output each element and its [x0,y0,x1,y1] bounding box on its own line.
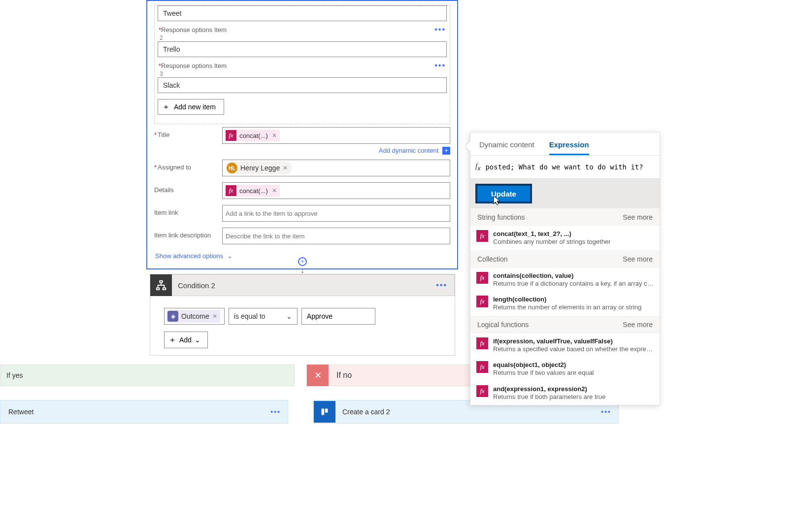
condition-icon [150,274,172,296]
fx-icon: fx [226,130,236,141]
svg-rect-3 [320,407,329,416]
item-link-desc-input-wrap [222,228,450,244]
fx-icon: fx [476,272,488,284]
fn-equals[interactable]: fx equals(object1, object2)Returns true … [470,357,660,381]
add-step-button[interactable]: ＋ [298,257,307,266]
tab-dynamic-content[interactable]: Dynamic content [479,140,534,155]
tab-expression[interactable]: Expression [549,140,589,155]
response-options-group: *Response options Item ••• 2 *Response o… [154,5,450,124]
item-link-desc-label: Item link description [154,228,218,239]
flow-arrow-icon: ↓ [298,266,307,275]
response-item-2-more-icon[interactable]: ••• [434,25,446,34]
chip-remove-icon[interactable]: ✕ [283,165,288,171]
chevron-down-icon: ⌄ [286,312,292,320]
title-input[interactable]: fx concat(...) ✕ [222,127,450,144]
item-link-input-wrap [222,205,450,222]
see-more-logical[interactable]: See more [623,321,653,329]
chevron-down-icon: ⌄ [227,252,233,260]
chip-remove-icon[interactable]: ✕ [272,132,277,139]
svg-rect-4 [322,409,325,415]
section-logical: Logical functions See more [470,316,660,333]
response-item-3-more-icon[interactable]: ••• [434,61,446,70]
item-link-desc-input[interactable] [226,229,447,243]
title-label: *Title [154,127,218,138]
condition-title[interactable]: Condition 2 ••• [172,274,455,296]
condition-card: Condition 2 ••• ◈ Outcome ✕ is equal to … [150,274,455,356]
retweet-more-icon[interactable]: ••• [270,408,281,416]
trello-icon [314,401,335,423]
avatar: HL [227,163,237,173]
response-item-3-label: *Response options Item ••• [158,59,447,70]
title-fx-chip[interactable]: fx concat(...) ✕ [226,130,280,141]
fx-icon: fx [476,361,488,373]
chevron-down-icon: ⌄ [195,336,200,344]
fx-icon: fx [476,385,488,397]
outcome-icon: ◈ [167,311,178,322]
update-button[interactable]: Update [475,184,532,203]
details-label: Details [154,182,218,194]
response-item-1-input[interactable] [158,5,447,21]
dynamic-plus-icon[interactable]: + [442,147,450,155]
fx-icon: fx [476,296,488,307]
fn-contains[interactable]: fx contains(collection, value)Returns tr… [470,268,660,292]
svg-rect-1 [157,288,160,290]
fn-concat[interactable]: fx concat(text_1, text_2?, ...)Combines … [470,226,660,250]
see-more-string[interactable]: See more [623,213,653,221]
chip-remove-icon[interactable]: ✕ [212,313,217,320]
expression-input[interactable] [485,163,655,171]
assigned-to-input[interactable]: HL Henry Legge ✕ [222,160,450,176]
section-string-functions: String functions See more [470,208,660,226]
item-link-label: Item link [154,205,218,216]
fx-icon: fx [476,337,488,349]
expression-popup: Dynamic content Expression fx Update Str… [470,132,660,405]
chip-remove-icon[interactable]: ✕ [272,187,277,194]
response-item-3-index: 3 [158,70,447,77]
fn-and[interactable]: fx and(expression1, expression2)Returns … [470,381,660,405]
svg-rect-0 [160,281,163,283]
response-item-2-input[interactable] [158,41,447,57]
create-card-more-icon[interactable]: ••• [601,408,611,416]
retweet-action-card[interactable]: Retweet ••• [0,400,288,424]
condition-left-operand[interactable]: ◈ Outcome ✕ [164,308,225,325]
condition-more-icon[interactable]: ••• [429,281,454,290]
section-collection: Collection See more [470,250,660,268]
condition-value-input[interactable] [301,308,375,325]
condition-operator-select[interactable]: is equal to ⌄ [229,308,298,325]
fx-icon: fx [475,162,480,172]
see-more-collection[interactable]: See more [623,255,653,263]
fx-icon: fx [476,230,488,242]
response-item-2-label: *Response options Item ••• [158,23,447,34]
details-fx-chip[interactable]: fx concat(...) ✕ [226,185,280,197]
fx-icon: fx [226,185,236,196]
assigned-to-label: *Assigned to [154,160,218,171]
add-step-connector: ＋ ↓ [298,256,307,275]
if-yes-branch-header[interactable]: If yes [0,365,295,386]
approval-action-card: *Response options Item ••• 2 *Response o… [146,0,458,269]
plus-icon: ＋ [168,335,176,345]
close-icon: ✕ [307,365,329,386]
fn-if[interactable]: fx if(expression, valueIfTrue, valueIfFa… [470,333,660,358]
svg-rect-5 [325,409,328,413]
add-dynamic-content-link[interactable]: Add dynamic content [379,147,438,154]
plus-icon: ＋ [162,102,170,112]
add-response-item-button[interactable]: ＋ Add new item [158,99,224,115]
details-input[interactable]: fx concat(...) ✕ [222,182,450,199]
outcome-variable-chip[interactable]: ◈ Outcome ✕ [166,310,220,323]
add-condition-button[interactable]: ＋ Add ⌄ [164,332,208,348]
item-link-input[interactable] [226,206,447,220]
response-item-3-input[interactable] [158,77,447,93]
response-item-2-index: 2 [158,34,447,41]
fn-length[interactable]: fx length(collection)Returns the number … [470,292,660,316]
svg-rect-2 [163,288,166,290]
assigned-person-chip[interactable]: HL Henry Legge ✕ [226,162,292,174]
